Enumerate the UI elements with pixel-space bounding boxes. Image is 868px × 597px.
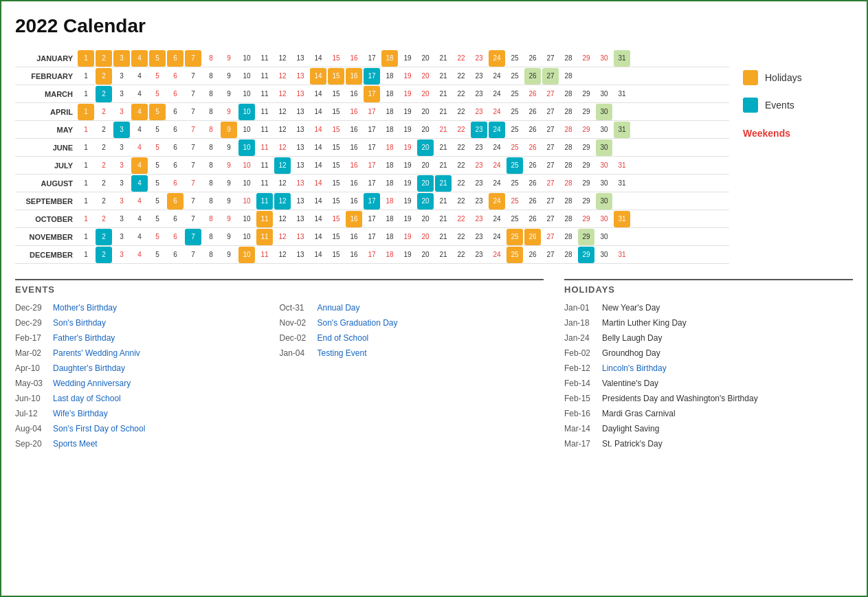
day-cell[interactable]: 29 (578, 122, 594, 138)
day-cell[interactable]: 4 (131, 50, 148, 67)
day-cell[interactable]: 6 (167, 104, 183, 120)
day-cell[interactable]: 21 (435, 193, 452, 210)
day-cell[interactable]: 27 (542, 229, 559, 245)
day-cell[interactable]: 15 (328, 247, 344, 263)
day-cell[interactable]: 2 (96, 247, 112, 263)
day-cell[interactable]: 15 (328, 211, 344, 227)
day-cell[interactable]: 19 (399, 229, 416, 245)
day-cell[interactable]: 18 (381, 229, 398, 245)
day-cell[interactable]: 13 (292, 104, 309, 120)
day-cell[interactable]: 26 (524, 157, 541, 174)
day-cell[interactable]: 14 (310, 247, 326, 263)
day-cell[interactable]: 6 (167, 193, 183, 210)
day-cell[interactable]: 4 (131, 68, 148, 85)
day-cell[interactable]: 25 (507, 157, 523, 174)
day-cell[interactable]: 8 (203, 139, 219, 156)
day-cell[interactable]: 15 (328, 104, 344, 120)
day-cell[interactable]: 19 (399, 193, 416, 210)
day-cell[interactable]: 3 (113, 139, 130, 156)
day-cell[interactable]: 25 (507, 50, 523, 67)
day-cell[interactable]: 27 (542, 211, 559, 227)
day-cell[interactable]: 10 (238, 139, 255, 156)
day-cell[interactable]: 4 (131, 247, 148, 263)
day-cell[interactable]: 25 (507, 247, 523, 263)
day-cell[interactable]: 24 (489, 211, 505, 227)
day-cell[interactable]: 29 (578, 104, 594, 120)
day-cell[interactable]: 27 (542, 175, 559, 192)
day-cell[interactable]: 6 (167, 175, 183, 192)
day-cell[interactable]: 22 (453, 247, 469, 263)
day-cell[interactable]: 10 (238, 122, 255, 138)
day-cell[interactable]: 23 (471, 68, 487, 85)
day-cell[interactable]: 20 (417, 122, 434, 138)
day-cell[interactable]: 17 (364, 50, 380, 67)
day-cell[interactable]: 5 (149, 50, 166, 67)
day-cell[interactable]: 9 (221, 104, 237, 120)
day-cell[interactable]: 8 (203, 211, 219, 227)
day-cell[interactable]: 17 (364, 104, 380, 120)
day-cell[interactable]: 20 (417, 175, 434, 192)
day-cell[interactable]: 13 (292, 211, 309, 227)
day-cell[interactable]: 2 (96, 175, 112, 192)
day-cell[interactable]: 13 (292, 157, 309, 174)
day-cell[interactable]: 12 (274, 122, 291, 138)
day-cell[interactable]: 3 (113, 175, 130, 192)
day-cell[interactable]: 16 (346, 229, 362, 245)
day-cell[interactable]: 5 (149, 104, 166, 120)
day-cell[interactable]: 28 (560, 211, 577, 227)
day-cell[interactable]: 9 (221, 68, 237, 85)
day-cell[interactable]: 7 (185, 175, 201, 192)
day-cell[interactable]: 6 (167, 86, 183, 102)
day-cell[interactable]: 22 (453, 68, 469, 85)
day-cell[interactable]: 6 (167, 122, 183, 138)
day-cell[interactable]: 2 (96, 68, 112, 85)
day-cell[interactable]: 8 (203, 86, 219, 102)
day-cell[interactable]: 8 (203, 229, 219, 245)
day-cell[interactable]: 20 (417, 68, 434, 85)
day-cell[interactable]: 30 (596, 50, 612, 67)
day-cell[interactable]: 24 (489, 193, 505, 210)
day-cell[interactable]: 22 (453, 211, 469, 227)
day-cell[interactable]: 22 (453, 175, 469, 192)
day-cell[interactable]: 13 (292, 247, 309, 263)
day-cell[interactable]: 21 (435, 122, 452, 138)
day-cell[interactable]: 12 (274, 211, 291, 227)
day-cell[interactable]: 11 (256, 86, 273, 102)
day-cell[interactable]: 4 (131, 86, 148, 102)
day-cell[interactable]: 12 (274, 175, 291, 192)
day-cell[interactable]: 1 (78, 193, 94, 210)
day-cell[interactable]: 16 (346, 139, 362, 156)
day-cell[interactable]: 13 (292, 68, 309, 85)
day-cell[interactable]: 16 (346, 247, 362, 263)
day-cell[interactable]: 15 (328, 68, 344, 85)
day-cell[interactable]: 27 (542, 50, 559, 67)
day-cell[interactable]: 28 (560, 157, 577, 174)
day-cell[interactable]: 8 (203, 68, 219, 85)
day-cell[interactable]: 12 (274, 104, 291, 120)
day-cell[interactable]: 20 (417, 157, 434, 174)
day-cell[interactable]: 6 (167, 247, 183, 263)
day-cell[interactable]: 5 (149, 86, 166, 102)
day-cell[interactable]: 20 (417, 211, 434, 227)
day-cell[interactable]: 11 (256, 122, 273, 138)
day-cell[interactable]: 18 (381, 86, 398, 102)
day-cell[interactable]: 8 (203, 157, 219, 174)
day-cell[interactable]: 16 (346, 122, 362, 138)
day-cell[interactable]: 6 (167, 139, 183, 156)
day-cell[interactable]: 4 (131, 229, 148, 245)
day-cell[interactable]: 30 (596, 175, 612, 192)
day-cell[interactable]: 3 (113, 104, 130, 120)
day-cell[interactable]: 15 (328, 139, 344, 156)
day-cell[interactable]: 29 (578, 86, 594, 102)
day-cell[interactable]: 9 (221, 175, 237, 192)
day-cell[interactable]: 10 (238, 175, 255, 192)
day-cell[interactable]: 29 (578, 247, 594, 263)
day-cell[interactable]: 13 (292, 175, 309, 192)
day-cell[interactable]: 21 (435, 68, 452, 85)
day-cell[interactable]: 10 (238, 247, 255, 263)
day-cell[interactable]: 1 (78, 50, 94, 67)
day-cell[interactable]: 17 (364, 211, 380, 227)
day-cell[interactable]: 19 (399, 139, 416, 156)
day-cell[interactable]: 30 (596, 229, 612, 245)
day-cell[interactable]: 26 (524, 211, 541, 227)
